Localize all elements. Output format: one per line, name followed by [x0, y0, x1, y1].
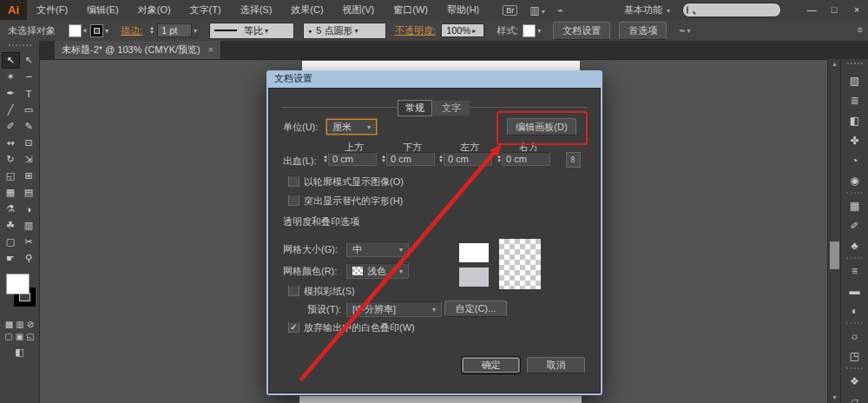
scrollbar-thumb[interactable] — [830, 241, 839, 269]
artboard-tool[interactable]: ▢ — [2, 234, 20, 250]
chevron-down-icon[interactable]: ▾ — [105, 27, 108, 35]
graphic-styles-panel-icon[interactable]: ◳ — [841, 346, 868, 366]
color-guide-panel-icon[interactable]: ◔ — [841, 150, 868, 170]
transform-panel-icon[interactable]: ▧ — [841, 70, 868, 90]
search-input[interactable] — [688, 4, 806, 17]
free-transform-tool[interactable]: ⊡ — [20, 135, 38, 151]
hand-tool[interactable]: ☛ — [2, 250, 20, 267]
blend-tool[interactable]: ◑ — [20, 201, 38, 217]
line-segment-tool[interactable]: ╱ — [2, 102, 20, 118]
bleed-left-input[interactable]: 0 cm — [444, 152, 492, 166]
simulate-paper-label[interactable]: 模拟彩纸(S) — [304, 285, 355, 298]
color-panel-icon[interactable]: ✤ — [841, 130, 868, 150]
stroke-profile-dropdown[interactable]: 等比 ▾ — [209, 23, 294, 39]
menu-object[interactable]: 对象(O) — [128, 0, 181, 20]
arrange-documents-icon[interactable]: ▥▾ — [529, 4, 544, 17]
draw-inside-mode-button[interactable]: ◱ — [26, 332, 34, 341]
screen-mode-button[interactable]: ◧ — [0, 347, 39, 358]
align-panel-icon[interactable]: ≣ — [841, 90, 868, 110]
style-swatch[interactable] — [523, 24, 536, 37]
search-box[interactable] — [682, 3, 781, 17]
grid-size-dropdown[interactable]: 中▾ — [346, 241, 409, 257]
chevron-down-icon[interactable]: ▾ — [194, 27, 197, 35]
rotate-tool[interactable]: ↻ — [2, 151, 20, 168]
opacity-field[interactable]: 100% ▸ — [441, 23, 484, 37]
color-button[interactable]: ▩ — [5, 320, 13, 329]
menu-edit[interactable]: 编辑(E) — [77, 0, 128, 20]
tab-general[interactable]: 常规 — [398, 100, 432, 116]
symbol-sprayer-tool[interactable]: ☘ — [2, 217, 20, 234]
chevron-down-icon[interactable]: ▾ — [83, 27, 87, 35]
brushes-panel-icon[interactable]: ✐ — [841, 215, 868, 235]
gradient-button[interactable]: ▥ — [16, 320, 23, 329]
stroke-width-stepper[interactable]: ▲▼ — [149, 26, 155, 35]
transparency-panel-icon[interactable]: ◐ — [841, 301, 868, 320]
type-tool[interactable]: T — [20, 85, 38, 102]
layers-panel-icon[interactable]: ❖ — [841, 371, 868, 391]
tab-type[interactable]: 文字 — [432, 100, 470, 116]
direct-selection-tool[interactable]: ↖ — [20, 52, 38, 69]
bleed-bottom-input[interactable]: 0 cm — [386, 152, 435, 166]
vertical-scrollbar[interactable]: ▲ ▼ — [827, 59, 841, 403]
dock-grip[interactable] — [847, 63, 863, 67]
appearance-panel-icon[interactable]: ☼ — [841, 326, 868, 346]
fill-proxy-swatch[interactable] — [6, 274, 30, 294]
perspective-grid-tool[interactable]: ⊞ — [20, 168, 38, 184]
link-bleeds-icon[interactable]: ∞ — [566, 152, 581, 168]
document-tab[interactable]: 未标题-2* @ 103% (CMYK/预览) × — [55, 41, 221, 59]
menu-view[interactable]: 视图(V) — [333, 0, 385, 20]
eyedropper-tool[interactable]: ⚗ — [2, 201, 20, 217]
cs-live-icon[interactable]: ⌁ — [557, 4, 563, 17]
menu-window[interactable]: 窗口(W) — [384, 0, 437, 20]
preset-dropdown[interactable]: [中分辨率]▾ — [346, 301, 442, 317]
menu-type[interactable]: 文字(T) — [181, 0, 231, 20]
ok-button[interactable]: 确定 — [462, 357, 520, 373]
grid-color-dropdown[interactable]: 浅色▾ — [346, 263, 409, 279]
dialog-title[interactable]: 文档设置 — [266, 70, 602, 87]
panel-list-icon[interactable]: ≡ — [858, 24, 863, 35]
minimize-button[interactable]: — — [800, 0, 823, 20]
maximize-button[interactable]: □ — [823, 0, 845, 20]
selection-tool[interactable]: ↖ — [2, 52, 20, 69]
pen-tool[interactable]: ✒ — [2, 85, 20, 102]
symbols-panel-icon[interactable]: ♣ — [841, 235, 868, 255]
bleed-right-input[interactable]: 0 cm — [502, 152, 550, 166]
none-button[interactable]: ⊘ — [27, 320, 34, 329]
column-graph-tool[interactable]: ▥ — [20, 217, 38, 234]
menu-file[interactable]: 文件(F) — [27, 0, 77, 20]
stroke-panel-link[interactable]: 描边: — [121, 24, 142, 37]
outline-mode-label[interactable]: 以轮廓模式显示图像(O) — [304, 175, 404, 188]
outline-mode-checkbox[interactable] — [288, 175, 299, 187]
unit-dropdown[interactable]: 厘米▾ — [326, 119, 377, 135]
width-tool[interactable]: ↭ — [2, 135, 20, 151]
pathfinder-panel-icon[interactable]: ◧ — [841, 110, 868, 130]
workspace-switcher[interactable]: 基本功能 ▾ — [624, 3, 670, 17]
menu-help[interactable]: 帮助(H) — [437, 0, 489, 20]
shape-builder-tool[interactable]: ◱ — [2, 168, 20, 184]
menu-select[interactable]: 选择(S) — [231, 0, 282, 20]
discard-white-overprint-checkbox[interactable]: ✓ — [288, 321, 299, 333]
simulate-paper-checkbox[interactable] — [288, 285, 299, 296]
sync-disabled-icon[interactable]: ⌁ — [679, 24, 685, 36]
magic-wand-tool[interactable]: ✶ — [2, 69, 20, 85]
opacity-panel-link[interactable]: 不透明度: — [395, 24, 436, 37]
stroke-color-swatch[interactable] — [90, 24, 103, 37]
mesh-tool[interactable]: ▦ — [2, 184, 20, 201]
menu-effect[interactable]: 效果(C) — [281, 0, 332, 20]
brush-dropdown[interactable]: ● 5 点圆形 ▾ — [303, 23, 386, 39]
tab-close-icon[interactable]: × — [208, 45, 214, 55]
chevron-down-icon[interactable]: ▾ — [537, 27, 541, 35]
rectangle-tool[interactable]: ▭ — [20, 102, 38, 118]
draw-normal-mode-button[interactable]: ▢ — [4, 332, 12, 341]
artboards-panel-icon[interactable]: ▱ — [841, 391, 868, 403]
navigator-panel-icon[interactable]: ◉ — [841, 170, 868, 190]
highlight-glyphs-checkbox[interactable] — [288, 195, 299, 206]
slice-tool[interactable]: ✂ — [20, 234, 38, 250]
scroll-down-icon[interactable]: ▼ — [828, 393, 841, 403]
custom-button[interactable]: 自定(C)... — [444, 301, 507, 317]
scroll-up-icon[interactable]: ▲ — [828, 59, 841, 69]
cancel-button[interactable]: 取消 — [527, 357, 585, 373]
fill-color-swatch[interactable] — [69, 24, 82, 37]
close-button[interactable]: × — [845, 0, 868, 20]
discard-white-overprint-label[interactable]: 放弃输出中的白色叠印(W) — [304, 321, 415, 334]
